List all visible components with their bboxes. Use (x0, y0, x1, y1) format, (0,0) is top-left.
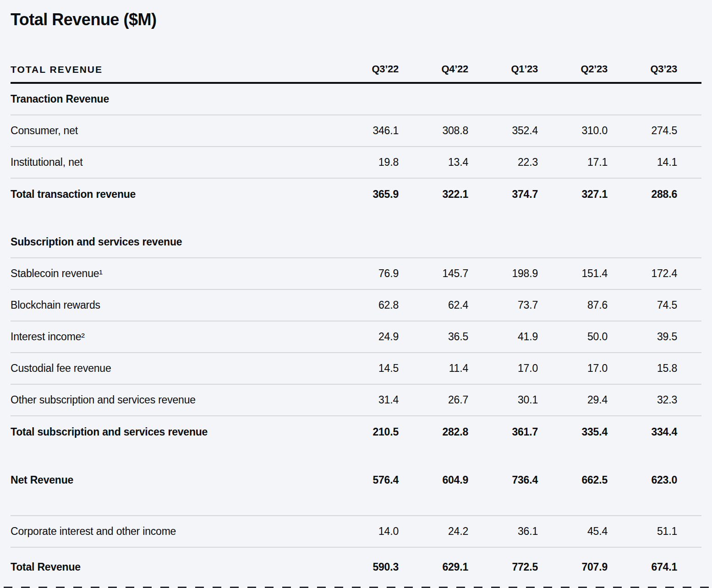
table-row: Custodial fee revenue 14.5 11.4 17.0 17.… (11, 353, 701, 385)
cell-value: 145.7 (399, 267, 468, 280)
row-label: Tranaction Revenue (11, 93, 329, 105)
table-row (11, 448, 701, 464)
cell-value: 629.1 (399, 561, 468, 573)
cell-value: 327.1 (538, 188, 608, 201)
cell-value: 288.6 (608, 188, 677, 201)
cell-value: 73.7 (468, 299, 538, 311)
cell-value: 76.9 (329, 267, 399, 280)
cell-value: 590.3 (329, 561, 399, 573)
cell-value: 274.5 (608, 125, 677, 137)
table-row: Tranaction Revenue (11, 84, 701, 115)
row-label: Subscription and services revenue (11, 236, 329, 248)
cell-value: 74.5 (608, 299, 677, 311)
cell-value: 346.1 (329, 125, 399, 137)
table-row: Total subscription and services revenue … (11, 416, 701, 448)
row-label: Total transaction revenue (11, 188, 329, 201)
cell-value: 17.0 (538, 362, 608, 375)
row-label: Corporate interest and other income (11, 525, 329, 538)
cell-value: 32.3 (608, 394, 677, 406)
row-label: Total Revenue (11, 561, 329, 573)
cell-value: 36.5 (399, 331, 468, 343)
cell-value: 210.5 (329, 426, 399, 438)
column-header-q323: Q3’23 (608, 63, 677, 75)
revenue-table: Total Revenue ($M) TOTAL REVENUE Q3’22 Q… (0, 0, 712, 588)
cell-value: 310.0 (538, 125, 608, 137)
cell-value: 41.9 (468, 331, 538, 343)
cell-value: 151.4 (538, 267, 608, 280)
table-row: Other subscription and services revenue … (11, 385, 701, 416)
column-header-q223: Q2’23 (538, 63, 608, 75)
row-label: Net Revenue (11, 474, 329, 486)
cell-value: 361.7 (468, 426, 538, 438)
column-header-q322: Q3’22 (329, 63, 399, 75)
cell-value: 24.2 (399, 525, 468, 538)
row-label: Interest income² (11, 331, 329, 343)
cell-value: 14.5 (329, 362, 399, 375)
cell-value: 604.9 (399, 474, 468, 486)
row-label: Institutional, net (11, 156, 329, 169)
cell-value: 36.1 (468, 525, 538, 538)
cell-value: 87.6 (538, 299, 608, 311)
cell-value: 282.8 (399, 426, 468, 438)
row-label: Stablecoin revenue¹ (11, 267, 329, 280)
cell-value: 62.4 (399, 299, 468, 311)
cell-value: 24.9 (329, 331, 399, 343)
cell-value: 19.8 (329, 156, 399, 169)
row-label: Custodial fee revenue (11, 362, 329, 375)
cell-value: 45.4 (538, 525, 608, 538)
table-header-label: TOTAL REVENUE (11, 64, 329, 75)
row-label: Consumer, net (11, 125, 329, 137)
column-header-q422: Q4’22 (399, 63, 468, 75)
cell-value: 31.4 (329, 394, 399, 406)
table-body: Tranaction Revenue Consumer, net 346.1 3… (11, 84, 701, 586)
cell-value: 29.4 (538, 394, 608, 406)
table-row: Institutional, net 19.8 13.4 22.3 17.1 1… (11, 147, 701, 179)
column-header-q123: Q1’23 (468, 63, 538, 75)
table-row (11, 210, 701, 227)
table-row: Subscription and services revenue (11, 227, 701, 258)
cell-value: 198.9 (468, 267, 538, 280)
cell-value: 674.1 (608, 561, 677, 573)
cell-value: 322.1 (399, 188, 468, 201)
table-row (11, 496, 701, 516)
cell-value: 374.7 (468, 188, 538, 201)
cell-value: 14.0 (329, 525, 399, 538)
row-label: Blockchain rewards (11, 299, 329, 311)
cell-value: 772.5 (468, 561, 538, 573)
cell-value: 662.5 (538, 474, 608, 486)
cell-value: 352.4 (468, 125, 538, 137)
table-row: Interest income² 24.9 36.5 41.9 50.0 39.… (11, 321, 701, 353)
table-header: TOTAL REVENUE Q3’22 Q4’22 Q1’23 Q2’23 Q3… (11, 30, 701, 84)
cell-value: 11.4 (399, 362, 468, 375)
cell-value: 30.1 (468, 394, 538, 406)
cell-value: 17.1 (538, 156, 608, 169)
cell-value: 22.3 (468, 156, 538, 169)
table-row: Corporate interest and other income 14.0… (11, 516, 701, 548)
cell-value: 50.0 (538, 331, 608, 343)
cell-value: 13.4 (399, 156, 468, 169)
cell-value: 334.4 (608, 426, 677, 438)
table-row: Stablecoin revenue¹ 76.9 145.7 198.9 151… (11, 258, 701, 290)
page-title: Total Revenue ($M) (11, 0, 701, 30)
cell-value: 707.9 (538, 561, 608, 573)
cell-value: 17.0 (468, 362, 538, 375)
cell-value: 26.7 (399, 394, 468, 406)
row-label: Other subscription and services revenue (11, 394, 329, 406)
cell-value: 172.4 (608, 267, 677, 280)
table-row: Blockchain rewards 62.8 62.4 73.7 87.6 7… (11, 290, 701, 321)
row-label: Total subscription and services revenue (11, 426, 329, 438)
table-row: Total transaction revenue 365.9 322.1 37… (11, 179, 701, 210)
cell-value: 15.8 (608, 362, 677, 375)
table-row: Total Revenue 590.3 629.1 772.5 707.9 67… (11, 548, 701, 586)
cell-value: 62.8 (329, 299, 399, 311)
cell-value: 51.1 (608, 525, 677, 538)
table-row: Consumer, net 346.1 308.8 352.4 310.0 27… (11, 115, 701, 147)
cell-value: 576.4 (329, 474, 399, 486)
table-row: Net Revenue 576.4 604.9 736.4 662.5 623.… (11, 464, 701, 496)
cell-value: 39.5 (608, 331, 677, 343)
cell-value: 736.4 (468, 474, 538, 486)
cell-value: 623.0 (608, 474, 677, 486)
cell-value: 365.9 (329, 188, 399, 201)
cell-value: 308.8 (399, 125, 468, 137)
cell-value: 14.1 (608, 156, 677, 169)
